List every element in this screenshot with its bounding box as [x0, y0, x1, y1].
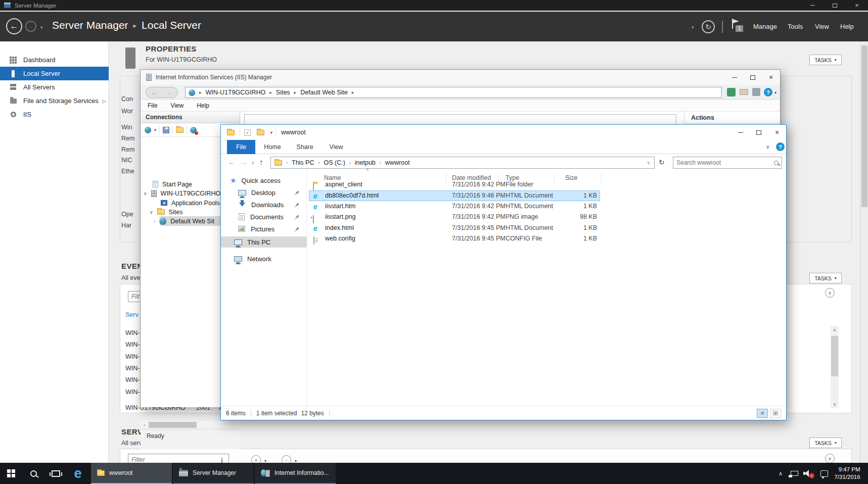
tree-item-default-web-site[interactable]: › Default Web Sit: [154, 216, 214, 226]
sort-ascending-icon[interactable]: ∧: [366, 167, 369, 172]
chevron-right-icon[interactable]: ›: [154, 218, 155, 224]
taskbar-button-wwwroot[interactable]: wwwroot: [91, 463, 172, 484]
event-row[interactable]: WIN-: [125, 353, 140, 360]
address-bar[interactable]: › This PC › OS (C:) › inetpub › wwwroot …: [270, 157, 655, 169]
taskbar-button-iis-manager[interactable]: Internet Informatio...: [255, 463, 336, 484]
event-row[interactable]: WIN-: [125, 341, 140, 348]
task-view-icon[interactable]: [44, 463, 67, 484]
event-row[interactable]: WIN-: [125, 389, 140, 396]
refresh-icon[interactable]: ↻: [659, 158, 665, 166]
recent-locations-caret[interactable]: ∨: [251, 160, 255, 165]
iis-menu-view[interactable]: View: [170, 102, 184, 109]
file-row-web-config[interactable]: web.config 7/31/2016 9:45 PM CONFIG File…: [307, 233, 787, 244]
menu-view[interactable]: View: [815, 23, 829, 30]
tree-item-server[interactable]: ∨ WIN-U1T9GCGIRHO (: [144, 188, 224, 198]
page-scrollbar[interactable]: [860, 41, 868, 463]
notifications-flag-icon[interactable]: 1: [731, 18, 746, 34]
iis-crumb-default-web-site[interactable]: Default Web Site: [300, 89, 348, 96]
crumb-this-pc[interactable]: This PC: [292, 159, 314, 166]
h-scrollbar-thumb[interactable]: [149, 422, 197, 428]
nav-this-pc[interactable]: This PC: [221, 236, 307, 248]
tab-home[interactable]: Home: [258, 140, 287, 154]
tree-item-start-page[interactable]: Start Page: [153, 179, 192, 189]
details-view-toggle[interactable]: ≣: [757, 409, 768, 418]
close-button[interactable]: ×: [846, 0, 868, 11]
save-connections-icon[interactable]: [163, 127, 169, 133]
iis-maximize-button[interactable]: [744, 70, 762, 85]
up-arrow-icon[interactable]: ↑: [259, 158, 263, 166]
explorer-minimize-button[interactable]: [732, 125, 750, 140]
nav-desktop[interactable]: Desktop: [221, 187, 307, 198]
nav-documents[interactable]: Documents: [221, 211, 307, 222]
crumb-wwwroot[interactable]: wwwroot: [385, 159, 410, 166]
taskbar-button-server-manager[interactable]: Server Manager: [173, 463, 254, 484]
disconnect-icon[interactable]: [190, 127, 197, 133]
events-scrollbar[interactable]: ∧ ∨: [831, 326, 839, 408]
iis-crumb-sites[interactable]: Sites: [276, 89, 290, 96]
volume-muted-icon[interactable]: ×: [801, 463, 816, 484]
qat-new-folder-icon[interactable]: [257, 130, 264, 135]
breadcrumb-root[interactable]: Server Manager: [52, 19, 128, 31]
action-center-icon[interactable]: [816, 463, 832, 484]
breadcrumb-current[interactable]: Local Server: [142, 19, 201, 31]
crumb-inetpub[interactable]: inetpub: [355, 159, 376, 166]
scrollbar-thumb[interactable]: [831, 336, 838, 376]
edge-browser-icon[interactable]: e: [67, 463, 89, 484]
back-arrow-icon[interactable]: ←: [228, 158, 236, 166]
forward-button[interactable]: →: [25, 21, 36, 32]
file-row-aspnet-client[interactable]: aspnet_client 7/31/2016 9:42 PM File fol…: [307, 179, 787, 190]
refresh-button[interactable]: ↻: [702, 20, 715, 33]
forward-arrow-icon[interactable]: →: [240, 158, 248, 166]
iis-mail-icon[interactable]: [740, 89, 748, 95]
ribbon-expand-chevron[interactable]: ∨: [766, 144, 769, 150]
tree-item-sites[interactable]: ∨ Sites: [150, 207, 182, 217]
iis-help-caret[interactable]: ▾: [774, 90, 776, 95]
server-dropdown-caret[interactable]: ▾: [692, 25, 694, 30]
sidebar-item-iis[interactable]: IIS: [0, 108, 109, 121]
taskbar-search-icon[interactable]: [22, 463, 44, 484]
iis-menu-file[interactable]: File: [148, 102, 157, 109]
scroll-up-arrow[interactable]: ∧: [831, 326, 839, 334]
iis-breadcrumb-box[interactable]: ▸ WIN-U1T9GCGIRHO ▸ Sites ▸ Default Web …: [185, 87, 722, 98]
qat-customize-caret[interactable]: ▾: [270, 130, 272, 135]
services-tasks-button[interactable]: TASKS▾: [809, 438, 842, 448]
event-row[interactable]: WIN-: [125, 329, 140, 336]
iis-titlebar[interactable]: Internet Information Services (IIS) Mana…: [141, 70, 780, 85]
qat-properties-icon[interactable]: ✓: [244, 129, 251, 136]
tree-item-application-pools[interactable]: Application Pools: [161, 198, 220, 208]
address-dropdown-caret[interactable]: ∨: [647, 160, 654, 165]
sidebar-item-file-storage-services[interactable]: File and Storage Services ▷: [0, 94, 109, 108]
search-box[interactable]: [673, 157, 782, 169]
nav-quick-access[interactable]: ★ Quick access: [221, 175, 307, 186]
crumb-os-c[interactable]: OS (C:): [324, 159, 345, 166]
nav-network[interactable]: Network: [221, 253, 307, 264]
network-tray-icon[interactable]: [787, 463, 801, 484]
iis-minimize-button[interactable]: [725, 70, 744, 85]
back-button[interactable]: ←: [6, 18, 22, 34]
file-row-index-html[interactable]: e index.html 7/31/2016 9:45 PM HTML Docu…: [307, 223, 787, 233]
sidebar-item-local-server[interactable]: Local Server: [0, 67, 109, 80]
nav-downloads[interactable]: Downloads: [221, 199, 307, 210]
iis-close-button[interactable]: ×: [762, 70, 780, 85]
event-row[interactable]: WIN-: [125, 376, 140, 383]
services-collapse-chevron[interactable]: ∨: [825, 454, 835, 463]
connect-server-icon[interactable]: [145, 127, 151, 133]
iis-help-icon[interactable]: ?: [764, 88, 772, 96]
chevron-down-icon[interactable]: ∨: [144, 191, 147, 196]
tray-show-hidden-icons[interactable]: ∧: [774, 463, 787, 484]
nav-history-caret[interactable]: ▾: [40, 25, 43, 30]
file-row-iisstart-png[interactable]: iisstart.png 7/31/2016 9:42 PM PNG image…: [307, 212, 787, 222]
minimize-button[interactable]: [801, 0, 824, 11]
maximize-button[interactable]: [824, 0, 846, 11]
event-row[interactable]: WIN-: [125, 365, 140, 372]
explorer-titlebar[interactable]: ✓ ▾ wwwroot ×: [221, 125, 786, 140]
tab-view[interactable]: View: [323, 140, 349, 154]
explorer-close-button[interactable]: ×: [768, 125, 786, 140]
menu-manage[interactable]: Manage: [753, 23, 777, 30]
menu-tools[interactable]: Tools: [788, 23, 803, 30]
sidebar-item-all-servers[interactable]: All Servers: [0, 80, 109, 94]
scroll-down-arrow[interactable]: ∨: [831, 400, 839, 408]
search-input[interactable]: [676, 159, 774, 166]
iis-forward-arrow[interactable]: →: [165, 89, 172, 96]
file-row-db808ec0df7d[interactable]: e db808ec0df7d.html 7/31/2016 9:46 PM HT…: [307, 190, 787, 201]
